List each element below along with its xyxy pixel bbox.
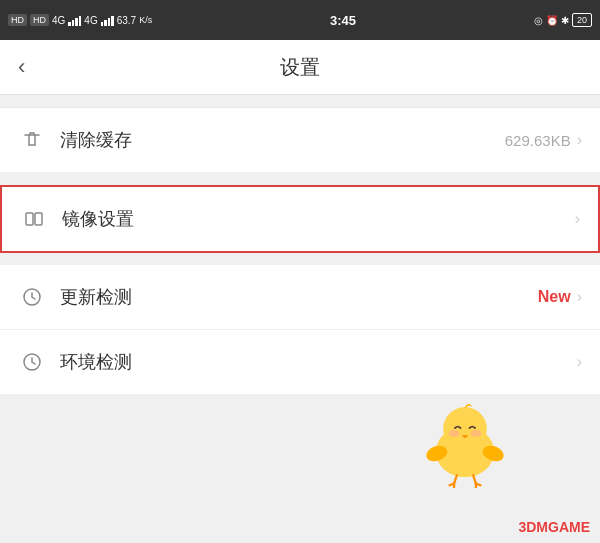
nfc-icon: ◎ <box>534 15 543 26</box>
mirror-right: › <box>575 210 580 228</box>
svg-line-10 <box>454 475 457 483</box>
watermark: 3DMGAME <box>518 519 590 535</box>
mirror-chevron: › <box>575 210 580 228</box>
alarm-icon: ⏰ <box>546 15 558 26</box>
update-right: New › <box>538 288 582 306</box>
env-label: 环境检测 <box>60 350 577 374</box>
mirror-label: 镜像设置 <box>62 207 575 231</box>
clear-cache-label: 清除缓存 <box>60 128 505 152</box>
svg-line-13 <box>473 475 476 483</box>
update-icon <box>18 283 46 311</box>
update-new-badge: New <box>538 288 571 306</box>
speed-unit: K/s <box>139 15 152 25</box>
svg-rect-0 <box>26 213 33 225</box>
section-gap-2 <box>0 253 600 265</box>
signal-bars2 <box>101 14 114 26</box>
settings-item-clear-cache[interactable]: 清除缓存 629.63KB › <box>0 107 600 173</box>
hd-badge: HD <box>8 14 27 26</box>
clear-cache-value: 629.63KB <box>505 132 571 149</box>
mirror-settings-group: 镜像设置 › <box>0 185 600 253</box>
settings-item-update[interactable]: 更新检测 New › <box>0 265 600 330</box>
bluetooth-icon: ✱ <box>561 15 569 26</box>
hd-badge2: HD <box>30 14 49 26</box>
page-title: 设置 <box>280 54 320 81</box>
clear-cache-right: 629.63KB › <box>505 131 582 149</box>
env-icon <box>18 348 46 376</box>
mirror-icon <box>20 205 48 233</box>
svg-point-5 <box>443 407 487 451</box>
update-label: 更新检测 <box>60 285 538 309</box>
status-left: HD HD 4G 4G 63.7 K/s <box>8 14 152 26</box>
back-button[interactable]: ‹ <box>18 54 25 80</box>
signal-4g2: 4G <box>84 15 97 26</box>
speed-indicator: 63.7 <box>117 15 136 26</box>
settings-item-env[interactable]: 环境检测 › <box>0 330 600 395</box>
env-right: › <box>577 353 582 371</box>
signal-bars <box>68 14 81 26</box>
settings-content: 清除缓存 629.63KB › 镜像设置 › <box>0 95 600 407</box>
env-chevron: › <box>577 353 582 371</box>
status-time: 3:45 <box>330 13 356 28</box>
status-right: ◎ ⏰ ✱ 20 <box>534 13 592 27</box>
update-chevron: › <box>577 288 582 306</box>
settings-item-mirror[interactable]: 镜像设置 › <box>2 187 598 251</box>
svg-point-7 <box>470 430 481 437</box>
mascot-character <box>410 388 520 488</box>
status-bar: HD HD 4G 4G 63.7 K/s 3:45 ◎ ⏰ ✱ 20 <box>0 0 600 40</box>
battery-icon: 20 <box>572 13 592 27</box>
svg-rect-1 <box>35 213 42 225</box>
clear-cache-icon <box>18 126 46 154</box>
clear-cache-chevron: › <box>577 131 582 149</box>
signal-4g: 4G <box>52 15 65 26</box>
svg-point-6 <box>449 430 460 437</box>
section-gap-1 <box>0 173 600 185</box>
page-header: ‹ 设置 <box>0 40 600 95</box>
